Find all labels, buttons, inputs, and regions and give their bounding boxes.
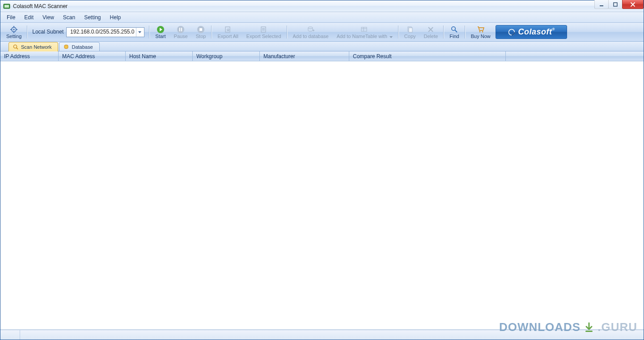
magnifier-icon <box>13 44 19 50</box>
add-nametable-button[interactable]: Add to NameTable with <box>333 24 397 40</box>
tab-db-label: Database <box>72 44 93 50</box>
grid-header: IP Address MAC Address Host Name Workgro… <box>0 51 644 61</box>
buy-now-button[interactable]: Buy Now <box>467 24 495 40</box>
menu-bar: File Edit View Scan Setting Help <box>0 12 644 23</box>
svg-line-25 <box>455 30 457 32</box>
maximize-button[interactable] <box>608 0 623 9</box>
delete-label: Delete <box>424 34 438 39</box>
menu-file[interactable]: File <box>2 12 20 22</box>
gear-icon <box>10 26 18 34</box>
tab-strip: Scan Network Database <box>0 42 644 51</box>
menu-scan[interactable]: Scan <box>59 12 80 22</box>
toolbar-separator <box>287 26 288 38</box>
subnet-label: Local Subnet <box>32 29 64 35</box>
toolbar-separator <box>149 26 150 38</box>
pause-icon <box>177 26 185 34</box>
svg-point-18 <box>308 27 313 29</box>
setting-button[interactable]: Setting <box>2 24 25 40</box>
nametable-icon <box>360 26 369 34</box>
copy-label: Copy <box>404 34 416 39</box>
svg-rect-15 <box>199 28 202 31</box>
svg-point-24 <box>452 27 455 30</box>
delete-button[interactable]: Delete <box>420 24 442 40</box>
pause-label: Pause <box>174 34 188 39</box>
status-bar <box>0 330 644 340</box>
subnet-box: Local Subnet 192.168.0.0/255.255.255.0 <box>29 24 148 40</box>
export-all-button[interactable]: Export All <box>213 24 242 40</box>
col-wg[interactable]: Workgroup <box>193 51 260 61</box>
toolbar-separator <box>465 26 466 38</box>
svg-line-31 <box>17 48 18 49</box>
status-cell <box>20 330 644 340</box>
svg-rect-13 <box>181 28 182 31</box>
buy-label: Buy Now <box>471 34 491 39</box>
export-selected-button[interactable]: Export Selected <box>242 24 285 40</box>
menu-edit[interactable]: Edit <box>20 12 38 22</box>
add-nametable-label: Add to NameTable with <box>337 34 393 39</box>
svg-rect-1 <box>4 5 9 8</box>
col-cmp[interactable]: Compare Result <box>349 51 506 61</box>
database-add-icon <box>307 26 315 34</box>
window-controls <box>595 0 644 9</box>
app-window: Colasoft MAC Scanner File Edit View Scan… <box>0 0 644 340</box>
svg-point-30 <box>13 45 17 48</box>
menu-help[interactable]: Help <box>106 12 126 22</box>
tab-scan-network[interactable]: Scan Network <box>8 42 58 51</box>
svg-rect-23 <box>409 28 412 32</box>
app-icon <box>3 3 10 10</box>
tab-scan-label: Scan Network <box>21 44 51 50</box>
svg-point-5 <box>13 29 15 30</box>
col-host[interactable]: Host Name <box>126 51 193 61</box>
search-icon <box>450 26 458 34</box>
stop-button[interactable]: Stop <box>192 24 210 40</box>
database-icon <box>63 44 69 50</box>
export-all-label: Export All <box>217 34 238 39</box>
setting-label: Setting <box>6 34 21 39</box>
toolbar: Setting Local Subnet 192.168.0.0/255.255… <box>0 23 644 42</box>
copy-icon <box>406 26 414 34</box>
brand-ring-icon <box>508 28 516 36</box>
brand-text: Colasoft <box>518 27 552 37</box>
export-icon <box>224 26 232 34</box>
delete-icon <box>427 26 435 34</box>
title-bar: Colasoft MAC Scanner <box>0 0 644 12</box>
play-icon <box>157 26 165 34</box>
toolbar-separator <box>443 26 444 38</box>
copy-button[interactable]: Copy <box>400 24 420 40</box>
col-mac[interactable]: MAC Address <box>59 51 126 61</box>
find-label: Find <box>449 34 459 39</box>
brand-logo[interactable]: Colasoft® <box>496 25 567 39</box>
subnet-value: 192.168.0.0/255.255.255.0 <box>68 29 136 35</box>
status-cell <box>0 330 20 340</box>
svg-point-27 <box>482 31 483 32</box>
col-manu[interactable]: Manufacturer <box>260 51 349 61</box>
start-label: Start <box>155 34 165 39</box>
svg-rect-19 <box>361 27 367 31</box>
svg-point-11 <box>177 26 184 33</box>
export-selected-label: Export Selected <box>246 34 281 39</box>
minimize-button[interactable] <box>594 0 609 9</box>
find-button[interactable]: Find <box>445 24 463 40</box>
svg-rect-17 <box>261 27 266 32</box>
svg-point-26 <box>479 31 480 32</box>
export-selected-icon <box>260 26 268 34</box>
toolbar-separator <box>211 26 212 38</box>
stop-icon <box>197 26 205 34</box>
svg-rect-2 <box>600 5 603 6</box>
pause-button[interactable]: Pause <box>170 24 192 40</box>
subnet-dropdown[interactable]: 192.168.0.0/255.255.255.0 <box>66 27 144 37</box>
stop-label: Stop <box>196 34 206 39</box>
col-ip[interactable]: IP Address <box>0 51 59 61</box>
window-title: Colasoft MAC Scanner <box>13 3 68 9</box>
toolbar-separator <box>398 26 399 38</box>
start-button[interactable]: Start <box>151 24 169 40</box>
close-button[interactable] <box>622 0 644 9</box>
chevron-down-icon <box>136 28 143 37</box>
add-database-button[interactable]: Add to database <box>289 24 333 40</box>
menu-setting[interactable]: Setting <box>80 12 105 22</box>
grid-body[interactable] <box>0 61 644 330</box>
tab-database[interactable]: Database <box>59 42 99 51</box>
add-database-label: Add to database <box>293 34 329 39</box>
svg-rect-3 <box>614 3 617 6</box>
menu-view[interactable]: View <box>38 12 59 22</box>
